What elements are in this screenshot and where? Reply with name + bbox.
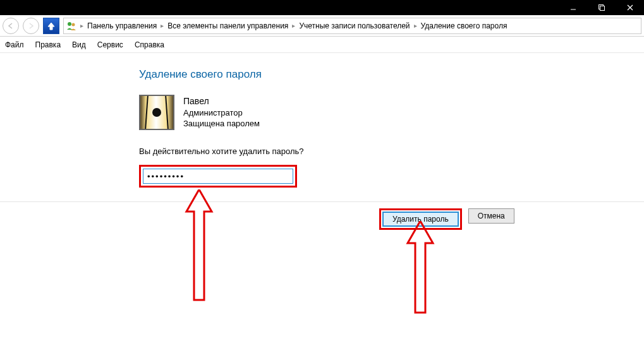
svg-rect-2	[600, 6, 604, 11]
minimize-button[interactable]	[559, 0, 587, 15]
chevron-right-icon: ▸	[292, 22, 295, 29]
password-highlight	[139, 165, 297, 188]
chevron-right-icon: ▸	[80, 22, 83, 29]
breadcrumb-item[interactable]: Удаление своего пароля	[421, 21, 507, 30]
user-name: Павел	[183, 95, 260, 107]
button-row: Удалить пароль Отмена	[0, 202, 644, 230]
user-accounts-icon	[66, 21, 76, 31]
user-role: Администратор	[183, 107, 260, 119]
maximize-button[interactable]	[587, 0, 616, 15]
breadcrumb-item[interactable]: Учетные записи пользователей	[299, 21, 410, 30]
chevron-right-icon: ▸	[414, 22, 417, 29]
arrow-right-icon	[27, 22, 35, 30]
address-bar[interactable]: ▸ Панель управления ▸ Все элементы панел…	[63, 18, 641, 34]
menu-service[interactable]: Сервис	[97, 40, 123, 49]
main-content: Удаление своего пароля Павел Администрат…	[0, 53, 644, 188]
menu-view[interactable]: Вид	[72, 40, 86, 49]
confirm-text: Вы действительно хотите удалить пароль?	[139, 147, 644, 156]
breadcrumb-item[interactable]: Все элементы панели управления	[167, 21, 288, 30]
back-button[interactable]	[3, 18, 19, 34]
arrow-up-icon	[47, 21, 56, 30]
breadcrumb-item[interactable]: Панель управления	[87, 21, 157, 30]
close-button[interactable]	[616, 0, 644, 15]
svg-point-5	[68, 22, 71, 26]
menu-edit[interactable]: Правка	[35, 40, 61, 49]
nav-row: ▸ Панель управления ▸ Все элементы панел…	[0, 15, 644, 37]
delete-button-highlight: Удалить пароль	[379, 208, 462, 230]
cancel-button[interactable]: Отмена	[468, 208, 514, 224]
user-status: Защищена паролем	[183, 118, 260, 129]
annotation-arrow-icon	[401, 221, 439, 316]
svg-point-6	[72, 23, 75, 26]
menu-file[interactable]: Файл	[5, 40, 24, 49]
user-info: Павел Администратор Защищена паролем	[183, 95, 260, 129]
page-title: Удаление своего пароля	[139, 68, 644, 81]
menu-bar: Файл Правка Вид Сервис Справка	[0, 37, 644, 53]
up-button[interactable]	[43, 18, 59, 34]
arrow-left-icon	[7, 22, 15, 30]
delete-password-button[interactable]: Удалить пароль	[382, 212, 459, 227]
user-row: Павел Администратор Защищена паролем	[139, 95, 644, 130]
forward-button[interactable]	[23, 18, 39, 34]
chevron-right-icon: ▸	[161, 22, 164, 29]
titlebar	[0, 0, 644, 15]
avatar	[139, 95, 174, 130]
password-input[interactable]	[143, 169, 293, 184]
menu-help[interactable]: Справка	[135, 40, 164, 49]
